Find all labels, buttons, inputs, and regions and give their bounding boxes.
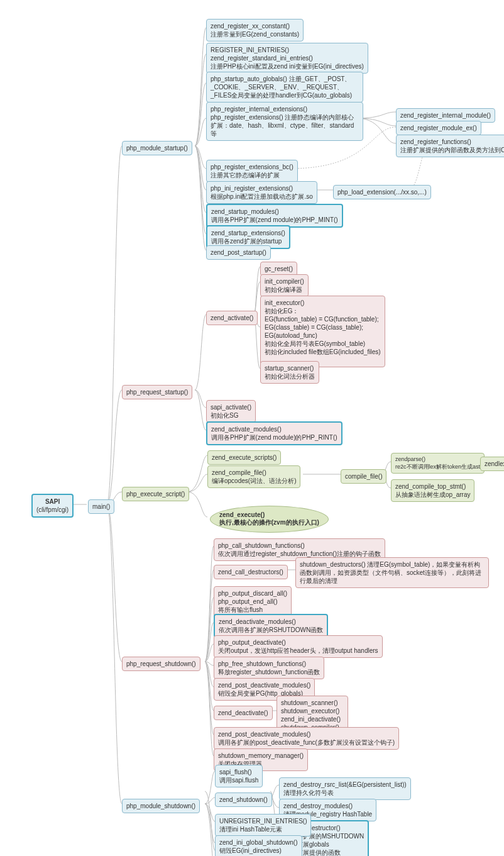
za: zend_activate()	[206, 311, 258, 325]
md2a: zend_destroy_rsrc_list(&EG(persistent_li…	[279, 777, 411, 800]
sa: sapi_activate() 初始化SG	[206, 400, 256, 423]
sapi-sub: (cli/fpm/cgi)	[36, 506, 68, 513]
rd2a: shutdown_destructors() 清理EG(symbol_table…	[295, 557, 489, 588]
md2: zend_shutdown()	[215, 792, 272, 807]
md1: sapi_flush() 调用sapi.flush	[215, 765, 263, 787]
ms-n3: php_startup_auto_globals() 注册_GET、_POST、…	[206, 72, 363, 103]
ms-n5: php_register_extensions_bc() 注册其它静态编译的扩展	[206, 160, 298, 182]
ms-n9: zend_post_startup()	[206, 245, 271, 260]
sapi-box: SAPI(cli/fpm/cgi)	[31, 494, 74, 518]
cf: compile_file()	[341, 469, 386, 484]
za3: init_executor() 初始化EG： EG(function_table…	[260, 296, 385, 367]
rd2: zend_call_destructors()	[214, 565, 288, 579]
php-execute-script: php_execute_script()	[122, 487, 189, 501]
md4: zend_ini_global_shutdown() 销毁EG(ini_dire…	[215, 835, 302, 856]
zp: zendparse() re2c不断调用lex解析token生成ast	[391, 453, 485, 474]
rd9: zend_post_deactivate_modules() 调用各扩展的pos…	[214, 727, 399, 750]
rd5: php_output_deactivate() 关闭output，发送http应…	[214, 635, 383, 658]
za2: init_compiler() 初始化编译器	[260, 274, 309, 297]
php-module-startup: php_module_startup()	[122, 141, 192, 155]
ms-n6: php_ini_register_extensions() 根据php.ini配…	[206, 181, 317, 204]
zl: zendlex()	[480, 457, 504, 471]
ms-n7: zend_startup_modules() 调用各PHP扩展(zend mod…	[206, 204, 343, 228]
rd6: php_free_shutdown_functions() 释放register…	[214, 657, 324, 679]
rd3: php_output_discard_all() php_output_end_…	[214, 586, 292, 617]
php-module-shutdown: php_module_shutdown()	[122, 799, 200, 813]
md3: UNREGISTER_INI_ENTRIES() 清理ini HashTable…	[215, 814, 311, 837]
main-box: main()	[88, 499, 114, 514]
php-request-startup: php_request_startup()	[122, 385, 192, 399]
ze: zend_execute() 执行,最核心的操作(zvm的执行入口)	[210, 506, 329, 533]
ms-n4c: zend_register_functions() 注册扩展提供的内部函数及类方…	[396, 135, 504, 157]
zam: zend_activate_modules() 调用各PHP扩展(zend mo…	[206, 421, 342, 445]
zcts: zend_compile_top_stmt() 从抽象语法树生成op_array	[391, 479, 474, 502]
zes: zend_execute_scripts()	[207, 450, 281, 465]
rd8: zend_deactivate()	[214, 706, 273, 720]
ms-n4: php_register_internal_extensions() php_r…	[206, 102, 363, 141]
ms-n2: REGISTER_INI_ENTRIES() zend_register_sta…	[206, 43, 368, 74]
za4: startup_scanner() 初始化词法分析器	[260, 361, 319, 384]
rd4: zend_deactivate_modules() 依次调用各扩展的RSHUTD…	[214, 614, 328, 638]
ms-n6a: php_load_extension(.../xx.so,...)	[333, 185, 431, 199]
ms-n4b: zend_register_module_ex()	[396, 121, 481, 135]
zcf: zend_compile_file() 编译opcodes(词法、语法分析)	[207, 465, 300, 488]
sapi-title: SAPI	[45, 498, 60, 505]
ms-n1: zend_register_xx_constant() 注册常量到EG(zend…	[206, 19, 304, 42]
php-request-shutdown: php_request_shutdown()	[122, 657, 200, 671]
